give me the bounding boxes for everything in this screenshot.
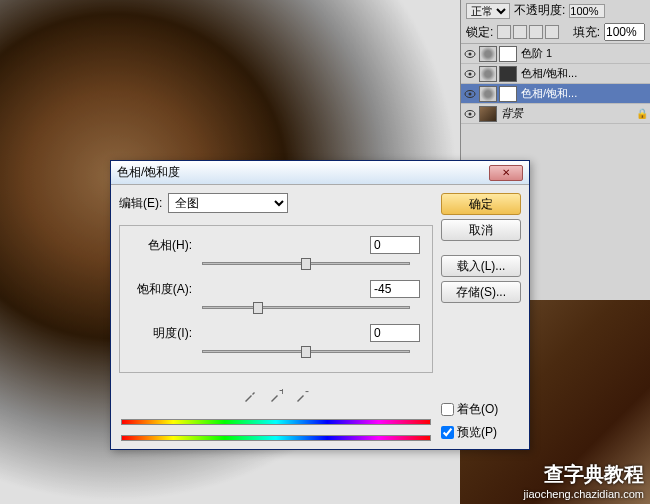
svg-point-5 — [469, 92, 472, 95]
lock-image-icon[interactable] — [513, 25, 527, 39]
hue-input[interactable] — [370, 236, 420, 254]
svg-text:-: - — [305, 389, 309, 398]
layer-name: 色相/饱和... — [519, 86, 648, 101]
lightness-label: 明度(I): — [132, 325, 192, 342]
opacity-label: 不透明度: — [514, 2, 565, 19]
fill-input[interactable] — [604, 23, 645, 41]
eyedropper-minus-icon[interactable]: - — [293, 387, 311, 405]
visibility-toggle[interactable] — [463, 67, 477, 81]
hue-label: 色相(H): — [132, 237, 192, 254]
mask-thumb — [499, 66, 517, 82]
adjustment-thumb — [479, 66, 497, 82]
colorize-label: 着色(O) — [457, 401, 498, 418]
eyedropper-plus-icon[interactable]: + — [267, 387, 285, 405]
cancel-button[interactable]: 取消 — [441, 219, 521, 241]
preview-checkbox[interactable] — [441, 426, 454, 439]
saturation-label: 饱和度(A): — [132, 281, 192, 298]
edit-select[interactable]: 全图 — [168, 193, 288, 213]
dialog-titlebar[interactable]: 色相/饱和度 ✕ — [111, 161, 529, 185]
lightness-slider[interactable] — [202, 344, 410, 360]
layer-row[interactable]: 色阶 1 — [461, 44, 650, 64]
close-button[interactable]: ✕ — [489, 165, 523, 181]
visibility-toggle[interactable] — [463, 47, 477, 61]
edit-label: 编辑(E): — [119, 195, 162, 212]
dialog-title: 色相/饱和度 — [117, 164, 489, 181]
lock-label: 锁定: — [466, 24, 493, 41]
layer-name: 背景 — [499, 106, 634, 121]
layer-name: 色相/饱和... — [519, 66, 648, 81]
layer-name: 色阶 1 — [519, 46, 648, 61]
blend-mode-select[interactable]: 正常 — [466, 3, 510, 19]
hue-spectrum-bar — [121, 419, 431, 425]
load-button[interactable]: 载入(L)... — [441, 255, 521, 277]
lock-icon: 🔒 — [636, 108, 648, 119]
opacity-input[interactable] — [569, 4, 605, 18]
svg-point-7 — [469, 112, 472, 115]
eyedropper-icon[interactable] — [241, 387, 259, 405]
lightness-input[interactable] — [370, 324, 420, 342]
mask-thumb — [499, 86, 517, 102]
svg-point-1 — [469, 52, 472, 55]
lock-bar: 锁定: 填充: — [461, 21, 650, 44]
adjustment-thumb — [479, 86, 497, 102]
hue-saturation-dialog: 色相/饱和度 ✕ 编辑(E): 全图 色相(H): 饱和 — [110, 160, 530, 450]
layer-options-bar: 正常 不透明度: — [461, 0, 650, 21]
layer-row[interactable]: 背景 🔒 — [461, 104, 650, 124]
hue-slider[interactable] — [202, 256, 410, 272]
preview-label: 预览(P) — [457, 424, 497, 441]
layer-row[interactable]: 色相/饱和... — [461, 64, 650, 84]
adjustment-thumb — [479, 46, 497, 62]
saturation-input[interactable] — [370, 280, 420, 298]
ok-button[interactable]: 确定 — [441, 193, 521, 215]
sliders-group: 色相(H): 饱和度(A): 明度(I): — [119, 225, 433, 373]
layer-thumb — [479, 106, 497, 122]
colorize-checkbox[interactable] — [441, 403, 454, 416]
fill-label: 填充: — [573, 24, 600, 41]
lock-transparent-icon[interactable] — [497, 25, 511, 39]
save-button[interactable]: 存储(S)... — [441, 281, 521, 303]
mask-thumb — [499, 46, 517, 62]
hue-spectrum-bar-output — [121, 435, 431, 441]
svg-point-3 — [469, 72, 472, 75]
saturation-slider[interactable] — [202, 300, 410, 316]
visibility-toggle[interactable] — [463, 107, 477, 121]
eyedropper-group: + - — [119, 387, 433, 405]
lock-position-icon[interactable] — [529, 25, 543, 39]
layer-row[interactable]: 色相/饱和... — [461, 84, 650, 104]
visibility-toggle[interactable] — [463, 87, 477, 101]
lock-all-icon[interactable] — [545, 25, 559, 39]
svg-text:+: + — [279, 389, 283, 398]
